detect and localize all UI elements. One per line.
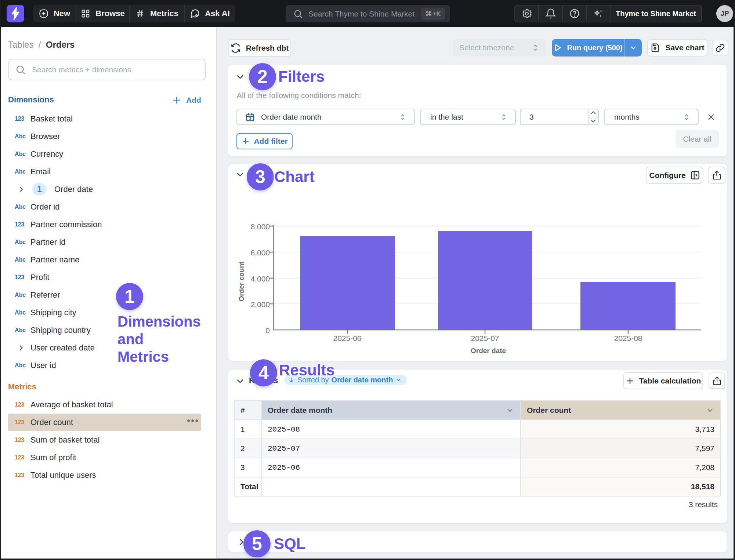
svg-text:8,000: 8,000 — [250, 222, 270, 231]
svg-text:Order count: Order count — [238, 261, 245, 301]
svg-text:2025-08: 2025-08 — [614, 334, 642, 342]
svg-text:1: 1 — [249, 116, 251, 120]
svg-text:2025-07: 2025-07 — [471, 334, 499, 342]
svg-text:2,000: 2,000 — [250, 300, 270, 309]
svg-text:0: 0 — [265, 326, 270, 335]
svg-text:4,000: 4,000 — [250, 274, 270, 283]
svg-text:6,000: 6,000 — [250, 248, 270, 257]
svg-text:2025-06: 2025-06 — [333, 334, 361, 342]
svg-text:Order date: Order date — [471, 347, 506, 354]
